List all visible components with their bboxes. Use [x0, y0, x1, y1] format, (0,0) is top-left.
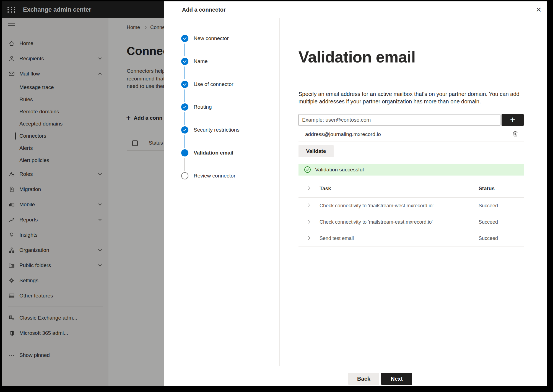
wizard-step-routing[interactable]: Routing	[164, 103, 279, 126]
task-cell: Send test email	[320, 230, 354, 246]
task-column-header: Task	[320, 179, 331, 197]
add-connector-panel: Add a connector × New connector Name Use…	[164, 1, 547, 386]
step-state-icon	[181, 126, 188, 134]
step-label: New connector	[194, 35, 229, 42]
status-cell: Succeed	[479, 230, 498, 246]
step-label: Review connector	[194, 172, 235, 179]
screenshot-frame: Exchange admin center Home Recipients Ma…	[0, 0, 553, 392]
task-cell: Check connectivity to 'mailstream-west.m…	[320, 198, 433, 214]
wizard-divider	[279, 18, 280, 366]
step-label: Security restrictions	[194, 126, 240, 134]
wizard-step-security-restrictions[interactable]: Security restrictions	[164, 126, 279, 149]
wizard-step-review-connector[interactable]: Review connector	[164, 172, 279, 195]
wizard-step-use-of-connector[interactable]: Use of connector	[164, 81, 279, 104]
email-address-input[interactable]	[298, 114, 500, 126]
step-state-icon	[181, 58, 188, 65]
step-connector-line	[185, 43, 185, 56]
table-row[interactable]: Check connectivity to 'mailstream-east.m…	[298, 214, 524, 230]
table-row[interactable]: Send test email Succeed	[298, 230, 524, 247]
step-connector-line	[185, 89, 185, 102]
step-label: Use of connector	[194, 81, 233, 88]
step-label: Routing	[194, 103, 212, 111]
step-state-icon	[181, 35, 188, 42]
expand-row-chevron-icon[interactable]	[306, 236, 310, 240]
expand-row-chevron-icon[interactable]	[306, 203, 310, 207]
panel-title: Add a connector	[182, 1, 226, 18]
added-address: address@journaling.mxrecord.io	[305, 130, 381, 138]
wizard-step-name[interactable]: Name	[164, 58, 279, 81]
wizard-step-new-connector[interactable]: New connector	[164, 35, 279, 58]
table-header-row: Task Status	[298, 179, 524, 198]
next-button[interactable]: Next	[381, 373, 412, 385]
step-state-icon	[181, 172, 188, 179]
step-connector-line	[185, 158, 185, 171]
back-button[interactable]: Back	[348, 373, 379, 385]
step-connector-line	[185, 135, 185, 148]
panel-header: Add a connector ×	[164, 1, 547, 18]
address-divider	[298, 142, 524, 142]
wizard-steps: New connector Name Use of connector Rout…	[164, 35, 279, 195]
status-cell: Succeed	[479, 214, 498, 230]
table-row[interactable]: Check connectivity to 'mailstream-west.m…	[298, 198, 524, 214]
close-icon[interactable]: ×	[533, 4, 544, 15]
step-heading: Validation email	[298, 48, 416, 66]
step-state-icon	[181, 81, 188, 88]
footer-divider	[279, 366, 547, 366]
step-label: Validation email	[194, 149, 233, 156]
add-address-button[interactable]: +	[502, 114, 524, 126]
modal-overlay	[2, 1, 164, 386]
task-cell: Check connectivity to 'mailstream-east.m…	[320, 214, 433, 230]
status-cell: Succeed	[479, 198, 498, 214]
expand-row-chevron-icon[interactable]	[306, 220, 310, 224]
step-description: Specify an email address for an active m…	[298, 90, 521, 105]
status-column-header: Status	[479, 179, 495, 197]
wizard-step-validation-email[interactable]: Validation email	[164, 149, 279, 172]
validation-results-table: Task Status Check connectivity to 'mails…	[298, 179, 524, 247]
success-message: Validation successful	[315, 167, 364, 173]
step-connector-line	[185, 66, 185, 79]
validate-button[interactable]: Validate	[298, 145, 334, 157]
delete-address-icon[interactable]	[512, 130, 519, 137]
step-state-icon	[181, 103, 188, 111]
validation-success-banner: Validation successful	[298, 164, 524, 176]
expand-all-chevron-icon[interactable]	[306, 186, 310, 190]
step-connector-line	[185, 112, 185, 125]
step-state-icon	[181, 149, 188, 156]
step-label: Name	[194, 58, 208, 65]
success-check-icon	[304, 166, 311, 173]
app-window: Exchange admin center Home Recipients Ma…	[2, 1, 547, 386]
